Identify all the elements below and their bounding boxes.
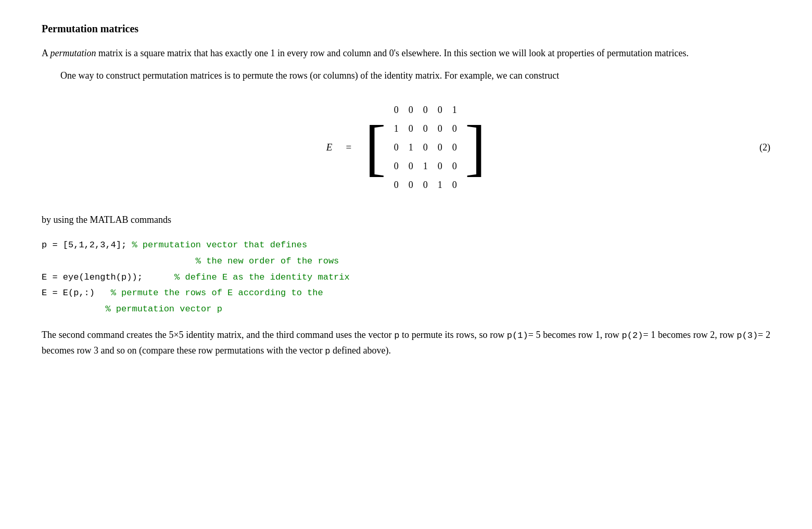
matrix-cell: 0 xyxy=(389,178,403,192)
matrix-cell: 0 xyxy=(389,103,403,117)
code-line5-indent xyxy=(42,301,105,318)
matrix-cell: 0 xyxy=(418,122,433,136)
matrix-cell: 0 xyxy=(447,141,462,155)
matrix-cell: 0 xyxy=(403,103,418,117)
matrix-cell: 0 xyxy=(447,159,462,173)
code-line5-green: % permutation vector p xyxy=(105,301,222,318)
inline-code-p2: p(2) xyxy=(622,331,643,341)
matrix-cell: 1 xyxy=(447,103,462,117)
code-line1-green: % permutation vector that defines xyxy=(132,237,307,254)
explanation-paragraph: The second command creates the 5×5 ident… xyxy=(42,328,770,358)
code-line2-green: % the new order of the rows xyxy=(196,254,339,270)
inline-code-p3: p(3) xyxy=(737,331,758,341)
section-title: Permutation matrices xyxy=(42,21,770,36)
construct-paragraph: One way to construct permutation matrice… xyxy=(42,68,770,83)
matrix-cell: 0 xyxy=(403,178,418,192)
code-line3-space xyxy=(143,270,174,286)
matrix-cell: 1 xyxy=(433,178,447,192)
code-line2-indent xyxy=(42,254,196,270)
matrix-cell: 1 xyxy=(418,159,433,173)
code-line4-black: E = E(p,:) xyxy=(42,285,95,301)
matrix-cell: 0 xyxy=(389,141,403,155)
matrix-cell: 0 xyxy=(403,159,418,173)
code-line-5: % permutation vector p xyxy=(42,301,770,318)
matrix-cell: 0 xyxy=(433,159,447,173)
code-line4-space xyxy=(95,285,111,301)
matrix-cell: 0 xyxy=(403,122,418,136)
code-line3-green: % define E as the identity matrix xyxy=(174,270,350,286)
code-line-1: p = [5,1,2,3,4]; % permutation vector th… xyxy=(42,237,770,254)
right-bracket: ] xyxy=(465,117,486,179)
intro-paragraph: A permutation matrix is a square matrix … xyxy=(42,46,770,61)
left-bracket: [ xyxy=(365,117,386,179)
code-line1-black: p = [5,1,2,3,4]; xyxy=(42,237,126,254)
inline-code-pvec: p xyxy=(325,346,330,356)
code-line3-black: E = eye(length(p)); xyxy=(42,270,143,286)
code-line-2: % the new order of the rows xyxy=(42,254,770,270)
matrix-cell: 0 xyxy=(447,178,462,192)
matrix-content: 0 0 0 0 1 1 0 0 0 0 0 1 0 0 0 0 0 1 xyxy=(386,99,465,197)
inline-code-p1: p(1) xyxy=(507,331,528,341)
equation-number: (2) xyxy=(759,141,770,155)
matrix-equation: E = [ 0 0 0 0 1 1 0 0 0 0 0 1 0 0 xyxy=(42,99,770,197)
by-using-paragraph: by using the MATLAB commands xyxy=(42,212,770,228)
matrix-cell: 0 xyxy=(447,122,462,136)
matrix-cell: 0 xyxy=(418,103,433,117)
matrix-cell: 1 xyxy=(389,122,403,136)
code-line1-space xyxy=(126,237,132,254)
code-line-4: E = E(p,:) % permute the rows of E accor… xyxy=(42,285,770,301)
matrix-cell: 0 xyxy=(433,141,447,155)
italic-permutation: permutation xyxy=(50,48,96,58)
matrix-cell: 0 xyxy=(433,103,447,117)
equals-sign: = xyxy=(346,140,351,155)
code-block: p = [5,1,2,3,4]; % permutation vector th… xyxy=(42,237,770,317)
matrix-wrapper: [ 0 0 0 0 1 1 0 0 0 0 0 1 0 0 0 xyxy=(365,99,486,197)
matrix-variable: E xyxy=(326,140,333,155)
matrix-cell: 0 xyxy=(389,159,403,173)
code-line-3: E = eye(length(p)); % define E as the id… xyxy=(42,270,770,286)
matrix-cell: 1 xyxy=(403,141,418,155)
matrix-cell: 0 xyxy=(433,122,447,136)
inline-code-p: p xyxy=(394,331,399,341)
matrix-cell: 0 xyxy=(418,178,433,192)
matrix-cell: 0 xyxy=(418,141,433,155)
code-line4-green: % permute the rows of E according to the xyxy=(111,285,323,301)
